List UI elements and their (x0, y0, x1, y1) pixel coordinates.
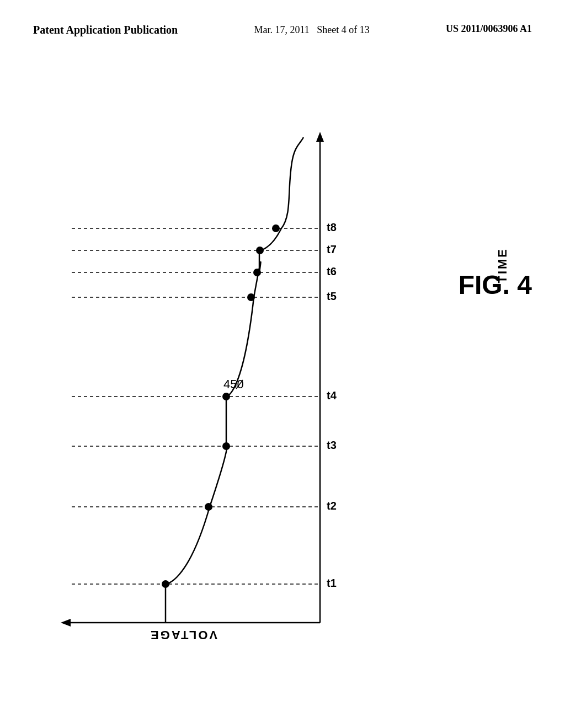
dot-t3 (222, 442, 230, 450)
pub-date: Mar. 17, 2011 (254, 24, 309, 35)
page-header: Patent Application Publication Mar. 17, … (0, 0, 565, 38)
waveform-label-450: 450 (223, 377, 244, 391)
publication-title: Patent Application Publication (33, 22, 178, 38)
t8-label: t8 (327, 221, 337, 233)
t7-label: t7 (327, 243, 337, 255)
dot-t8 (272, 224, 280, 232)
dot-t6 (253, 269, 261, 276)
voltage-axis-label: VOLTAGE (149, 628, 217, 642)
sheet-info: Sheet 4 of 13 (317, 24, 369, 35)
chart-area: t1 t2 t3 t4 t5 t6 t7 t8 (55, 126, 375, 650)
figure-label: FIG. 4 (459, 270, 532, 300)
t4-label: t4 (327, 389, 337, 402)
main-content: t1 t2 t3 t4 t5 t6 t7 t8 (0, 38, 565, 700)
t1-label: t1 (327, 577, 337, 589)
dot-t4 (222, 393, 230, 400)
dot-t1 (162, 580, 169, 588)
waveform-chart: t1 t2 t3 t4 t5 t6 t7 t8 (55, 126, 375, 650)
svg-marker-3 (61, 619, 71, 627)
t5-label: t5 (327, 290, 337, 302)
dot-t2 (205, 503, 212, 511)
patent-number: US 2011/0063906 A1 (446, 22, 532, 36)
publication-date-sheet: Mar. 17, 2011 Sheet 4 of 13 (254, 22, 369, 38)
t6-label: t6 (327, 265, 337, 277)
t2-label: t2 (327, 500, 337, 512)
dot-t7 (256, 247, 264, 254)
svg-marker-1 (316, 132, 324, 142)
t3-label: t3 (327, 439, 337, 451)
dot-t5 (247, 293, 255, 301)
